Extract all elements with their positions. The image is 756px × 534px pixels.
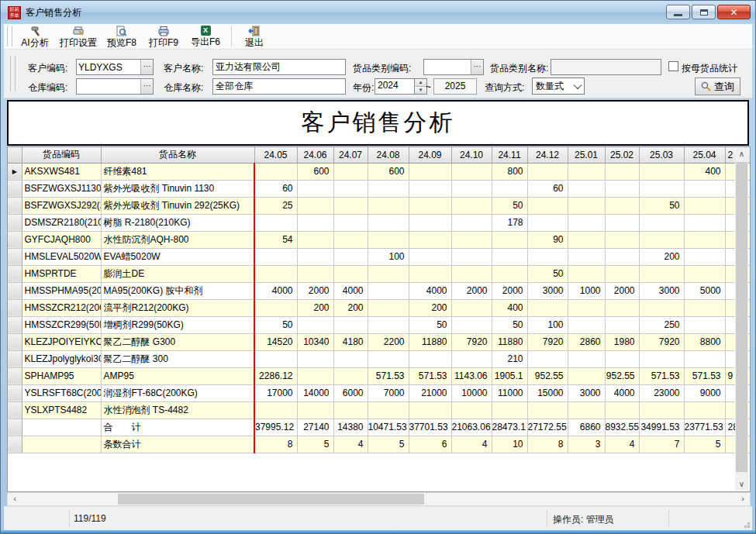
row-indicator[interactable] — [8, 401, 22, 419]
cell-value[interactable] — [568, 350, 605, 367]
cell-value[interactable]: 28473.1 — [492, 419, 527, 436]
row-indicator[interactable] — [8, 316, 22, 333]
scroll-left-icon[interactable]: ‹ — [8, 493, 22, 505]
cell-value[interactable]: 2000 — [297, 282, 333, 299]
row-indicator[interactable] — [8, 180, 22, 197]
cell-value[interactable] — [254, 299, 297, 316]
row-indicator[interactable] — [8, 265, 22, 282]
cell-value[interactable]: 4000 — [409, 282, 451, 299]
customer-code-lookup-button[interactable]: ··· — [140, 60, 153, 74]
cell-value[interactable] — [605, 265, 639, 282]
cell-value[interactable] — [527, 350, 568, 367]
cell-value[interactable]: 2860 — [568, 333, 605, 350]
cell-value[interactable]: 1905.1 — [492, 367, 527, 384]
row-indicator[interactable] — [8, 282, 22, 299]
spin-down-icon[interactable]: ▼ — [415, 87, 426, 94]
cell-value[interactable]: 5 — [368, 436, 409, 453]
cell-value[interactable] — [605, 299, 639, 316]
cell-product-code[interactable]: HMSSPHMA95(200KG) — [22, 282, 101, 299]
cell-value[interactable] — [527, 214, 568, 231]
cell-value[interactable]: 3 — [568, 436, 605, 453]
category-code-lookup-button[interactable]: ··· — [471, 60, 483, 74]
customer-code-input[interactable] — [77, 60, 140, 74]
cell-value[interactable] — [605, 231, 639, 248]
cell-value[interactable] — [409, 180, 451, 197]
category-code-input[interactable] — [424, 60, 471, 74]
cell-value[interactable] — [409, 214, 451, 231]
cell-value[interactable] — [639, 231, 684, 248]
cell-value[interactable]: 54 — [254, 231, 297, 248]
cell-value[interactable]: 4180 — [333, 333, 368, 350]
cell-value[interactable]: 37701.53 — [409, 419, 451, 436]
cell-value[interactable] — [368, 231, 409, 248]
cell-value[interactable] — [297, 265, 333, 282]
row-indicator[interactable] — [8, 197, 22, 214]
cell-value[interactable] — [527, 401, 568, 419]
cell-value[interactable] — [297, 180, 333, 197]
cell-value[interactable]: 3000 — [527, 282, 568, 299]
cell-value[interactable]: 50 — [639, 197, 684, 214]
cell-value[interactable]: 60 — [254, 180, 297, 197]
cell-value[interactable]: 571.53 — [684, 367, 725, 384]
warehouse-code-lookup-button[interactable]: ··· — [140, 79, 153, 94]
cell-value[interactable]: 4 — [451, 436, 492, 453]
cell-value[interactable] — [451, 197, 492, 214]
warehouse-name-field[interactable] — [212, 78, 346, 95]
cell-value[interactable]: 10 — [492, 436, 527, 453]
cell-value[interactable] — [605, 316, 639, 333]
cell-value[interactable]: 90 — [527, 231, 568, 248]
cell-value[interactable] — [297, 197, 333, 214]
cell-value[interactable] — [684, 299, 725, 316]
cell-value[interactable] — [297, 248, 333, 265]
cell-value[interactable]: 571.53 — [639, 367, 684, 384]
title-bar[interactable]: 好易开单 客户销售分析 ✕ — [1, 1, 755, 24]
cell-value[interactable] — [568, 265, 605, 282]
cell-value[interactable] — [568, 248, 605, 265]
cell-value[interactable]: 952.55 — [527, 367, 568, 384]
cell-value[interactable]: 21000 — [409, 384, 451, 401]
cell-value[interactable] — [527, 248, 568, 265]
cell-value[interactable]: 9000 — [684, 384, 725, 401]
cell-value[interactable] — [605, 163, 639, 180]
cell-value[interactable] — [368, 265, 409, 282]
row-indicator[interactable] — [8, 367, 22, 384]
cell-value[interactable]: 2000 — [492, 282, 527, 299]
cell-value[interactable] — [568, 180, 605, 197]
cell-value[interactable] — [368, 401, 409, 419]
cell-value[interactable] — [333, 231, 368, 248]
cell-value[interactable] — [297, 401, 333, 419]
cell-value[interactable]: 14520 — [254, 333, 297, 350]
cell-value[interactable]: 15000 — [527, 384, 568, 401]
cell-value[interactable]: 21063.06 — [451, 419, 492, 436]
cell-product-name[interactable]: MA95(200KG) 胺中和剂 — [101, 282, 254, 299]
cell-value[interactable]: 8932.55 — [605, 419, 639, 436]
cell-value[interactable] — [568, 316, 605, 333]
cell-value[interactable] — [492, 401, 527, 419]
cell-value[interactable] — [297, 231, 333, 248]
cell-value[interactable] — [409, 197, 451, 214]
cell-value[interactable]: 6000 — [333, 384, 368, 401]
cell-value[interactable] — [684, 231, 725, 248]
cell-value[interactable] — [684, 248, 725, 265]
cell-value[interactable] — [492, 180, 527, 197]
cell-value[interactable]: 50 — [492, 316, 527, 333]
cell-value[interactable]: 400 — [492, 299, 527, 316]
cell-product-code[interactable]: BSFZWGXSJ292(25KG) — [22, 197, 101, 214]
cell-value[interactable]: 7920 — [451, 333, 492, 350]
resize-grip[interactable] — [747, 525, 750, 528]
cell-value[interactable] — [568, 367, 605, 384]
cell-value[interactable]: 8800 — [684, 333, 725, 350]
cell-value[interactable]: 400 — [684, 163, 725, 180]
row-indicator[interactable] — [8, 350, 22, 367]
cell-value[interactable] — [451, 163, 492, 180]
cell-product-code[interactable]: HMSPRTDE — [22, 265, 101, 282]
cell-value[interactable]: 50 — [527, 265, 568, 282]
cell-value[interactable]: 34991.53 — [639, 419, 684, 436]
cell-value[interactable] — [639, 299, 684, 316]
row-indicator[interactable] — [8, 231, 22, 248]
cell-value[interactable]: 100 — [527, 316, 568, 333]
cell-value[interactable] — [451, 265, 492, 282]
cell-value[interactable]: 600 — [368, 163, 409, 180]
export-button[interactable]: X 导出F6 — [185, 24, 226, 49]
cell-product-name[interactable]: 纤维素481 — [101, 163, 254, 180]
